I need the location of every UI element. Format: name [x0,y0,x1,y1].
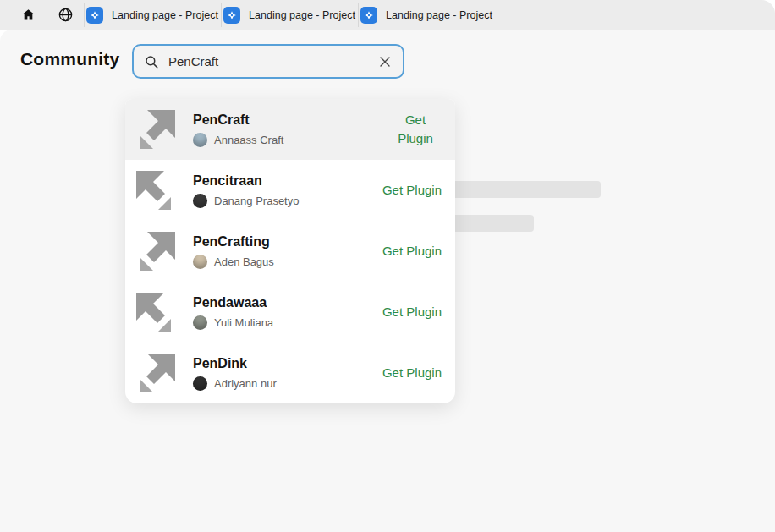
plugin-name: PenCraft [193,112,372,128]
plugin-logo-arrow-nw-icon [135,292,176,332]
plugin-name: PenCrafting [193,233,366,250]
plugin-name: Pencitraan [193,173,366,189]
plugin-author: Yuli Muliana [214,316,273,329]
avatar [193,255,207,269]
tab-project-1[interactable]: Landing page - Project [84,0,221,30]
tab-project-2[interactable]: Landing page - Project [221,0,358,30]
avatar [193,376,207,391]
avatar [193,194,207,208]
get-plugin-button[interactable]: Get Plugin [382,364,442,383]
figma-file-icon [360,7,377,24]
plugin-logo-arrow-ne-icon [135,353,176,393]
result-row-pencraft[interactable]: PenCraft Annaass Craft Get Plugin [125,99,455,160]
search-box [132,44,404,79]
tab-home[interactable] [9,0,47,30]
browser-tab-strip: Landing page - Project Landing page - Pr… [0,0,775,30]
plugin-author: Annaass Craft [214,134,283,146]
tab-label: Landing page - Project [386,9,492,21]
plugin-logo-arrow-nw-icon [135,170,176,211]
avatar [193,133,207,147]
magnifier-icon [144,54,159,69]
result-row-pencitraan[interactable]: Pencitraan Danang Prasetyo Get Plugin [125,160,455,221]
skeleton-bar [440,181,601,198]
tab-project-3[interactable]: Landing page - Project [358,0,495,30]
plugin-author: Danang Prasetyo [214,195,299,207]
get-plugin-button[interactable]: Get Plugin [382,303,442,322]
get-plugin-button[interactable]: Get Plugin [389,111,442,149]
tab-label: Landing page - Project [249,9,355,21]
get-plugin-button[interactable]: Get Plugin [382,181,442,200]
plugin-name: Pendawaaa [193,294,366,310]
figma-file-icon [223,7,240,24]
close-icon[interactable] [377,54,393,69]
plugin-logo-arrow-ne-icon [135,109,176,150]
plugin-author: Aden Bagus [214,255,274,268]
page-title: Community [20,49,119,69]
result-row-pencrafting[interactable]: PenCrafting Aden Bagus Get Plugin [125,221,455,282]
get-plugin-button[interactable]: Get Plugin [382,242,442,261]
tab-browse-community[interactable] [47,0,84,30]
figma-file-icon [86,7,103,24]
search-input[interactable] [167,53,370,69]
plugin-name: PenDink [193,355,366,371]
result-row-pendink[interactable]: PenDink Adriyann nur Get Plugin [125,343,455,403]
globe-icon [58,7,74,23]
avatar [193,315,207,330]
result-row-pendawaaa[interactable]: Pendawaaa Yuli Muliana Get Plugin [125,282,455,343]
tab-label: Landing page - Project [112,9,218,21]
search-results-dropdown: PenCraft Annaass Craft Get Plugin Pencit… [125,99,455,403]
plugin-author: Adriyann nur [214,377,277,390]
home-icon [21,8,36,22]
plugin-logo-arrow-ne-icon [135,231,176,271]
